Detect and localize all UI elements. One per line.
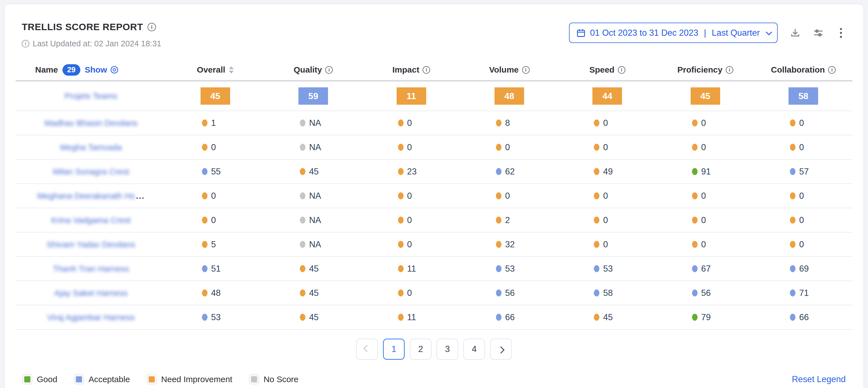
score-value: 2 <box>505 215 510 225</box>
score-value-group: 62 <box>496 167 523 177</box>
row-name-link[interactable]: Thanh Tran Harness <box>16 264 166 273</box>
pagination: 1234 <box>16 338 852 360</box>
score-level-dot <box>594 192 599 199</box>
score-value-group: 0 <box>398 288 425 298</box>
score-value: 0 <box>407 118 412 128</box>
score-cell: 32 <box>460 239 558 249</box>
summary-score-badge: 58 <box>788 87 818 105</box>
page-title: TRELLIS SCORE REPORT <box>22 22 143 32</box>
row-name-text: Krina Vadgama Crest <box>51 215 131 225</box>
score-value: 5 <box>211 239 216 249</box>
more-menu-button[interactable] <box>836 27 846 39</box>
row-name-link[interactable]: Shivam Yadav Devdans <box>16 240 166 249</box>
summary-name-link[interactable]: Projets Teams <box>16 91 166 101</box>
score-value-group: 0 <box>594 142 621 152</box>
score-value: 0 <box>701 215 706 225</box>
score-value: 0 <box>407 239 412 249</box>
score-cell: 53 <box>166 312 264 322</box>
column-settings-button[interactable] <box>813 27 824 38</box>
row-name-link[interactable]: Madhav Bhasin Devdans <box>16 118 166 128</box>
row-name-link[interactable]: Krina Vadgama Crest <box>16 215 166 225</box>
score-level-dot <box>594 119 599 126</box>
score-level-dot <box>692 144 698 151</box>
score-cell: NA <box>264 118 362 128</box>
column-info-icon[interactable]: i <box>325 66 333 74</box>
legend-item-good[interactable]: Good <box>22 374 57 384</box>
score-value: 11 <box>407 312 416 322</box>
score-value: NA <box>309 142 321 152</box>
download-button[interactable] <box>790 28 801 38</box>
column-info-icon[interactable]: i <box>423 66 430 74</box>
score-level-dot <box>300 144 305 151</box>
score-level-dot <box>300 192 305 199</box>
score-cell: 45 <box>264 288 362 298</box>
caret-down-icon <box>229 70 234 74</box>
score-level-dot <box>790 314 796 321</box>
legend-swatch <box>24 376 30 382</box>
legend-bar: GoodAcceptableNeed ImprovementNo Score R… <box>16 374 852 384</box>
score-cell: NA <box>264 142 362 152</box>
score-level-dot <box>398 168 404 175</box>
next-page-button[interactable] <box>490 338 512 360</box>
column-info-icon[interactable]: i <box>828 66 836 74</box>
score-level-dot <box>300 168 305 175</box>
score-value-group: 0 <box>692 215 719 225</box>
score-value: 0 <box>211 142 216 152</box>
score-cell: 0 <box>558 118 656 128</box>
page-button-1[interactable]: 1 <box>383 338 405 360</box>
legend-item-acceptable[interactable]: Acceptable <box>74 374 130 384</box>
score-cell: 0 <box>166 215 264 225</box>
score-value: 8 <box>505 118 510 128</box>
score-value: NA <box>309 215 321 225</box>
score-cell: 0 <box>754 191 852 201</box>
score-cell: 0 <box>656 118 754 128</box>
table-row: Megha Tamvada0NA00000 <box>16 136 852 160</box>
score-cell: 56 <box>656 288 754 298</box>
column-info-icon[interactable]: i <box>522 66 530 74</box>
summary-score-cell: 45 <box>656 87 754 105</box>
row-name-link[interactable]: Megha Tamvada <box>16 143 166 152</box>
page-button-3[interactable]: 3 <box>436 338 458 360</box>
show-names-button[interactable]: Show <box>85 65 119 74</box>
score-value-group: 71 <box>790 288 817 298</box>
score-value-group: 0 <box>496 191 523 201</box>
prev-page-button[interactable] <box>356 338 378 360</box>
score-value-group: 0 <box>692 239 719 249</box>
score-value-group: 91 <box>692 167 719 177</box>
score-value: 51 <box>211 264 221 274</box>
score-level-dot <box>496 217 501 223</box>
date-range-picker[interactable]: 01 Oct 2023 to 31 Dec 2023 | Last Quarte… <box>569 23 778 43</box>
column-header-label: Collaboration <box>771 65 825 74</box>
score-value: NA <box>309 191 321 201</box>
column-info-icon[interactable]: i <box>618 66 625 74</box>
row-name-link[interactable]: Ajay Saket Harness <box>16 288 166 298</box>
column-header-label: Quality <box>294 65 322 74</box>
page-button-2[interactable]: 2 <box>410 338 432 360</box>
column-info-icon[interactable]: i <box>726 66 733 74</box>
row-name-link[interactable]: Meghana Deerakanath Hs... <box>16 191 166 201</box>
reset-legend-link[interactable]: Reset Legend <box>792 374 846 384</box>
score-value: 11 <box>407 264 416 274</box>
score-level-dot <box>300 290 305 296</box>
legend-item-no_score[interactable]: No Score <box>249 374 299 384</box>
score-level-dot <box>398 144 404 151</box>
score-value-group: 0 <box>398 239 425 249</box>
score-cell: 0 <box>558 191 656 201</box>
row-name-link[interactable]: Milan Sonagra Crest <box>16 167 166 176</box>
sort-toggle[interactable] <box>229 66 234 74</box>
legend-item-need_improvement[interactable]: Need Improvement <box>147 374 232 384</box>
score-value: 49 <box>603 167 613 177</box>
score-level-dot <box>692 217 698 223</box>
score-cell: 58 <box>558 288 656 298</box>
row-name-link[interactable]: Viraj Agjambar Harness <box>16 312 166 322</box>
score-value-group: 0 <box>202 142 229 152</box>
score-value-group: 0 <box>202 215 229 225</box>
score-level-dot <box>790 144 796 151</box>
chevron-down-icon <box>766 29 772 35</box>
title-info-icon[interactable]: i <box>148 23 156 31</box>
score-value: 0 <box>505 191 510 201</box>
page-button-4[interactable]: 4 <box>463 338 485 360</box>
score-value-group: NA <box>300 118 327 128</box>
score-value-group: 0 <box>398 142 425 152</box>
score-value: 53 <box>211 312 221 322</box>
